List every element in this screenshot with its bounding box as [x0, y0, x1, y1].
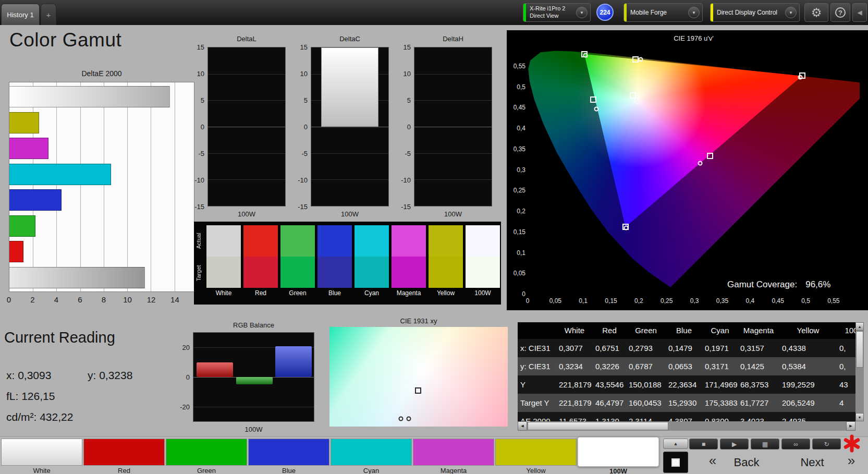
- target-marker-magenta: [707, 153, 713, 159]
- pattern-button-blue[interactable]: Blue: [248, 437, 329, 474]
- table-cell: 46,4797: [593, 394, 626, 412]
- pattern-button-white[interactable]: White: [1, 437, 82, 474]
- x-tick-label: 0,4: [745, 297, 754, 305]
- red-asterisk-button[interactable]: [842, 434, 862, 454]
- deltae-bar-white: [9, 267, 145, 288]
- add-tab-button[interactable]: +: [41, 4, 56, 25]
- table-horizontal-scrollbar[interactable]: ◀▶: [518, 421, 855, 431]
- swatch-column-cyan: Cyan: [354, 225, 389, 298]
- pattern-button-red[interactable]: Red: [83, 437, 165, 474]
- deltae-bar-green: [9, 215, 35, 237]
- next-button[interactable]: Next: [789, 456, 836, 469]
- chevron-down-icon[interactable]: ▼: [576, 7, 588, 18]
- y-tick-label: 15: [197, 43, 204, 51]
- help-button[interactable]: ?: [830, 3, 850, 22]
- gridline: [208, 153, 285, 154]
- pattern-label: Red: [83, 467, 165, 474]
- table-header-cell: Red: [593, 322, 626, 339]
- table-header-cell: Blue: [666, 322, 702, 339]
- y-tick-label: -15: [298, 203, 308, 211]
- source-dropdown[interactable]: Mobile Forge ▼: [624, 3, 703, 22]
- scroll-down-button[interactable]: ▼: [855, 413, 864, 421]
- cie-1931-plot: [329, 327, 508, 427]
- deltae-gridline: [151, 82, 151, 291]
- target-swatch: [280, 257, 315, 288]
- actual-swatch: [354, 225, 389, 257]
- reading-y: y: 0,3238: [88, 369, 132, 382]
- deltae-x-tick: 8: [102, 295, 106, 304]
- chevron-down-icon[interactable]: ▼: [785, 7, 797, 18]
- meter-dropdown[interactable]: X-Rite i1Pro 2 Direct View ▼: [523, 3, 591, 22]
- reading-x: x: 0,3093: [6, 369, 51, 382]
- swatch-column-white: White: [206, 225, 241, 298]
- loop-button[interactable]: ∞: [781, 439, 810, 449]
- pattern-label: Cyan: [331, 467, 412, 474]
- target-marker-white: [630, 92, 636, 99]
- pattern-color: [578, 437, 659, 467]
- pattern-button-cyan[interactable]: Cyan: [331, 437, 412, 474]
- y-tick-label: 0,55: [514, 63, 525, 70]
- meter-count-badge[interactable]: 224: [596, 4, 614, 21]
- meter-mode: Direct View: [530, 13, 576, 20]
- table-vertical-scrollbar[interactable]: ▲▼: [855, 322, 864, 421]
- gamut-coverage-label: Gamut Coverage:: [727, 279, 797, 290]
- y-tick-label: -5: [198, 150, 204, 157]
- chart-title: RGB Balance: [193, 321, 314, 329]
- gridline: [208, 74, 285, 75]
- chevron-down-icon[interactable]: ▼: [688, 7, 700, 18]
- actual-swatch: [280, 225, 315, 257]
- table-row[interactable]: x: CIE310,30770,67510,27930,14790,19710,…: [518, 339, 855, 357]
- save-button[interactable]: ▦: [751, 439, 779, 449]
- deltae-gridline: [104, 82, 104, 291]
- table-cell: 0,0653: [666, 357, 702, 375]
- collapse-panel-button[interactable]: ◀: [852, 3, 867, 22]
- pattern-label: 100W: [578, 467, 659, 474]
- scroll-thumb[interactable]: [856, 331, 863, 368]
- stop-button[interactable]: ■: [689, 439, 718, 449]
- display-control-dropdown[interactable]: Direct Display Control ▼: [710, 3, 800, 22]
- pattern-button-yellow[interactable]: Yellow: [495, 437, 577, 474]
- gridline: [311, 153, 388, 154]
- scroll-left-button[interactable]: ◀: [518, 421, 527, 431]
- expand-patterns-button[interactable]: ▲: [663, 439, 688, 449]
- measured-marker-red: [798, 75, 802, 79]
- pattern-window-button[interactable]: [663, 452, 688, 473]
- table-row[interactable]: y: CIE310,32340,32260,67870,06530,31710,…: [518, 357, 855, 375]
- swatch-column-green: Green: [280, 225, 315, 298]
- pattern-window-icon: [671, 458, 680, 467]
- cie-plot: [528, 42, 860, 294]
- tab-history-1[interactable]: History 1: [1, 4, 40, 25]
- refresh-button[interactable]: ↻: [812, 439, 841, 449]
- y-tick-label: 0: [186, 373, 190, 381]
- pattern-label: White: [1, 467, 82, 474]
- back-button[interactable]: Back: [723, 456, 770, 469]
- table-row[interactable]: Y221,817943,5546150,018822,3634171,49696…: [518, 375, 855, 394]
- table-cell: 175,3383: [702, 394, 738, 412]
- swatch-column-magenta: Magenta: [392, 225, 426, 298]
- measured-marker: [407, 416, 411, 421]
- pattern-color: [1, 439, 82, 466]
- swatch-grid: WhiteRedGreenBlueCyanMagentaYellow100W: [206, 225, 500, 298]
- y-tick-label: 10: [404, 70, 411, 78]
- chevron-glyph: ▼: [789, 10, 793, 15]
- pattern-button-green[interactable]: Green: [166, 437, 247, 474]
- scroll-right-button[interactable]: ▶: [846, 421, 855, 431]
- table-row[interactable]: Target Y221,817946,4797160,045315,293017…: [518, 394, 855, 412]
- next-chevron-icon[interactable]: »: [843, 453, 859, 469]
- gridline: [193, 407, 314, 407]
- measurement-table: WhiteRedGreenBlueCyanMagentaYellow100W x…: [518, 322, 855, 431]
- settings-button[interactable]: ⚙: [804, 3, 828, 22]
- deltac-plot: [311, 47, 389, 206]
- scroll-up-button[interactable]: ▲: [855, 322, 864, 331]
- y-tick-label: 0,3: [517, 166, 525, 174]
- pattern-button-100w[interactable]: 100W: [578, 437, 659, 474]
- pattern-button-magenta[interactable]: Magenta: [413, 437, 494, 474]
- scroll-thumb[interactable]: [528, 422, 668, 430]
- actual-swatch: [206, 225, 241, 257]
- pattern-color: [413, 439, 494, 466]
- back-chevron-icon[interactable]: «: [705, 453, 720, 469]
- play-button[interactable]: ▶: [720, 439, 749, 449]
- deltae-x-tick: 14: [170, 295, 179, 304]
- zero-line: [208, 127, 285, 127]
- target-swatch: [466, 257, 500, 288]
